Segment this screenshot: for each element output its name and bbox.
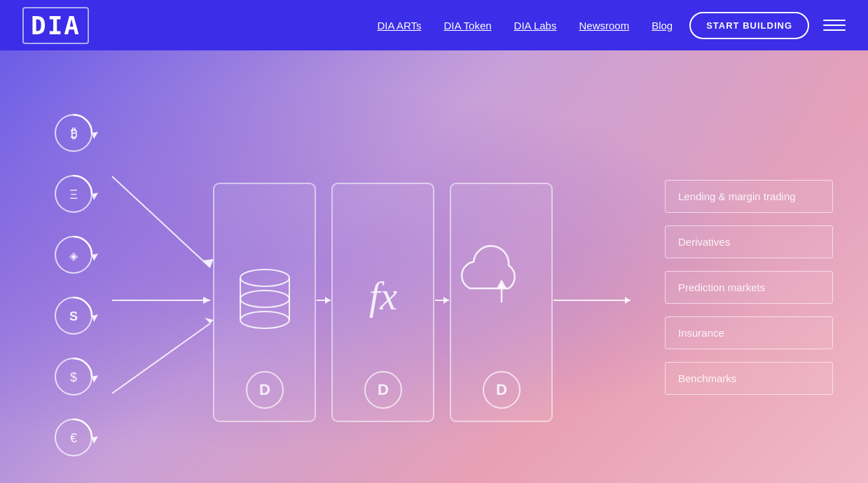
- svg-point-27: [240, 312, 289, 328]
- svg-line-22: [112, 323, 210, 393]
- hamburger-menu[interactable]: [823, 20, 846, 31]
- svg-text:Ξ: Ξ: [69, 188, 78, 202]
- svg-text:D: D: [259, 381, 270, 398]
- use-case-lending-label: Lending & margin trading: [678, 190, 796, 202]
- svg-marker-11: [90, 312, 98, 322]
- svg-marker-5: [90, 190, 98, 200]
- navbar: DIA DIA ARTs DIA Token DIA Labs Newsroom…: [0, 0, 868, 50]
- svg-point-9: [55, 298, 92, 334]
- svg-marker-46: [625, 297, 631, 304]
- nav-links: DIA ARTs DIA Token DIA Labs Newsroom Blo…: [377, 20, 673, 31]
- use-case-benchmarks: Benchmarks: [665, 362, 833, 395]
- svg-marker-8: [90, 251, 98, 261]
- use-case-benchmarks-label: Benchmarks: [678, 372, 736, 384]
- svg-point-43: [483, 372, 520, 408]
- start-building-button[interactable]: START BUILDING: [689, 12, 809, 39]
- svg-text:fx: fx: [369, 274, 398, 318]
- svg-point-36: [365, 372, 401, 408]
- svg-point-0: [55, 115, 92, 151]
- use-case-insurance: Insurance: [665, 316, 833, 349]
- svg-text:$: $: [70, 370, 77, 384]
- svg-text:€: €: [70, 431, 77, 445]
- nav-dia-token[interactable]: DIA Token: [443, 20, 491, 31]
- svg-marker-14: [90, 373, 98, 383]
- svg-point-3: [55, 176, 92, 212]
- svg-rect-34: [332, 183, 434, 421]
- svg-marker-21: [203, 297, 210, 304]
- nav-blog[interactable]: Blog: [652, 20, 673, 31]
- svg-text:◈: ◈: [69, 250, 78, 262]
- svg-point-26: [240, 290, 289, 307]
- svg-text:₿: ₿: [71, 127, 77, 141]
- use-case-prediction-markets: Prediction markets: [665, 271, 833, 304]
- nav-dia-labs[interactable]: DIA Labs: [514, 20, 557, 31]
- svg-point-25: [240, 270, 289, 286]
- nav-newsroom[interactable]: Newsroom: [579, 20, 629, 31]
- svg-marker-23: [205, 318, 214, 323]
- svg-text:D: D: [378, 381, 389, 398]
- use-case-derivatives: Derivatives: [665, 225, 833, 258]
- svg-point-30: [247, 372, 283, 408]
- logo: DIA: [22, 7, 89, 44]
- svg-marker-17: [90, 434, 98, 444]
- use-cases-panel: Lending & margin trading Derivatives Pre…: [665, 180, 833, 395]
- svg-marker-19: [203, 259, 214, 267]
- nav-dia-arts[interactable]: DIA ARTs: [377, 20, 421, 31]
- use-case-insurance-label: Insurance: [678, 327, 724, 339]
- use-case-derivatives-label: Derivatives: [678, 236, 730, 248]
- svg-text:D: D: [496, 381, 507, 398]
- svg-line-18: [112, 176, 210, 267]
- svg-rect-40: [450, 183, 552, 421]
- svg-point-6: [55, 237, 92, 273]
- svg-marker-2: [90, 130, 98, 139]
- svg-text:S: S: [69, 309, 78, 323]
- use-case-lending: Lending & margin trading: [665, 180, 833, 213]
- use-case-prediction-markets-label: Prediction markets: [678, 281, 765, 293]
- svg-point-15: [55, 419, 92, 456]
- svg-marker-42: [497, 279, 507, 288]
- main-content: ₿ Ξ ◈ S $ €: [0, 50, 868, 483]
- svg-rect-24: [214, 183, 315, 421]
- svg-marker-39: [443, 297, 449, 304]
- svg-marker-33: [325, 297, 331, 304]
- svg-point-12: [55, 358, 92, 395]
